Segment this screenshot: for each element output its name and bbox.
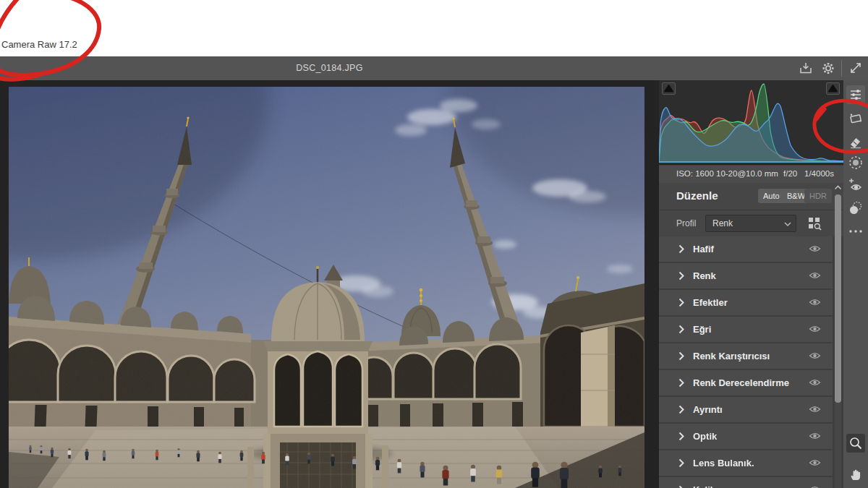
visibility-eye-icon[interactable] — [809, 485, 821, 488]
profile-value: Renk — [712, 218, 733, 228]
histogram[interactable] — [659, 80, 843, 165]
profile-dropdown[interactable]: Renk — [705, 215, 796, 232]
panel-scrollbar-thumb[interactable] — [835, 194, 841, 403]
section-label: Renk Karıştırıcısı — [693, 351, 770, 361]
visibility-eye-icon[interactable] — [809, 432, 821, 440]
hdr-button[interactable]: HDR — [804, 189, 832, 203]
profile-row: Profil Renk — [659, 210, 843, 236]
visibility-eye-icon[interactable] — [809, 351, 821, 360]
hand-tool-icon[interactable] — [846, 465, 865, 484]
section-row-optik[interactable]: Optik — [659, 424, 833, 449]
crop-icon[interactable] — [846, 109, 865, 128]
section-label: Hafif — [693, 244, 714, 254]
exif-lens: 10-20@10.0 mm — [716, 169, 778, 178]
chevron-right-icon — [678, 244, 684, 254]
chevron-right-icon — [678, 298, 684, 307]
chevron-down-icon — [784, 221, 791, 227]
masking-icon[interactable] — [846, 153, 865, 172]
section-row-efektler[interactable]: Efektler — [659, 290, 833, 315]
chevron-right-icon — [678, 432, 684, 441]
edit-panel: ISO: 1600 10-20@10.0 mm f/20 1/4000s Düz… — [659, 80, 843, 488]
shadow-clipping-indicator[interactable] — [662, 82, 676, 95]
chevron-right-icon — [678, 458, 684, 468]
visibility-eye-icon[interactable] — [809, 378, 821, 387]
chevron-right-icon — [678, 351, 684, 361]
profile-label: Profil — [676, 218, 696, 228]
section-label: Kalibrasyon — [693, 484, 746, 488]
section-list: Hafif Renk Efektler Eğri Renk Karışt — [659, 236, 833, 488]
highlight-clipping-indicator[interactable] — [826, 82, 840, 95]
presets-icon[interactable] — [846, 199, 865, 218]
exif-aperture: f/20 — [783, 169, 797, 178]
chevron-right-icon — [678, 405, 684, 414]
settings-gear-icon[interactable] — [820, 61, 836, 76]
zoom-tool-icon[interactable] — [846, 434, 865, 453]
titlebar-divider — [841, 60, 842, 77]
chevron-right-icon — [678, 485, 684, 488]
section-label: Efektler — [693, 297, 728, 308]
visibility-eye-icon[interactable] — [809, 271, 821, 280]
section-label: Eğri — [693, 324, 711, 335]
visibility-eye-icon[interactable] — [809, 244, 821, 253]
edit-title: Düzenle — [676, 189, 718, 202]
exif-shutter: 1/4000s — [804, 169, 834, 178]
auto-button[interactable]: Auto — [758, 189, 785, 203]
section-row-renk-derecelendirme[interactable]: Renk Derecelendirme — [659, 370, 833, 395]
section-row-e-ri[interactable]: Eğri — [659, 317, 833, 342]
visibility-eye-icon[interactable] — [809, 458, 821, 467]
panel-scrollbar-track[interactable] — [835, 403, 841, 488]
mosque-photo[interactable] — [9, 87, 644, 488]
section-label: Lens Bulanık. — [693, 458, 754, 468]
visibility-eye-icon[interactable] — [809, 325, 821, 333]
exif-iso: ISO: 1600 — [676, 169, 714, 178]
more-options-icon[interactable] — [846, 222, 865, 241]
visibility-eye-icon[interactable] — [809, 298, 821, 307]
chevron-right-icon — [678, 325, 684, 334]
visibility-eye-icon[interactable] — [809, 405, 821, 414]
section-row-lens-bulan-k-[interactable]: Lens Bulanık. — [659, 450, 833, 476]
download-icon[interactable] — [798, 61, 814, 76]
heal-icon[interactable] — [846, 133, 865, 152]
title-bar: DSC_0184.JPG — [0, 56, 868, 80]
fullscreen-icon[interactable] — [848, 61, 864, 76]
section-row-kalibrasyon[interactable]: Kalibrasyon — [659, 477, 833, 488]
tools-toolbar — [843, 80, 868, 488]
section-label: Renk Derecelendirme — [693, 377, 789, 388]
exif-info-bar: ISO: 1600 10-20@10.0 mm f/20 1/4000s — [659, 166, 843, 183]
section-label: Renk — [693, 270, 716, 281]
edit-header: Düzenle Auto B&W HDR — [659, 183, 843, 210]
section-row-ayr-nt-[interactable]: Ayrıntı — [659, 397, 833, 422]
chevron-right-icon — [678, 271, 684, 281]
chevron-right-icon — [678, 378, 684, 388]
app-version-label: Camera Raw 17.2 — [1, 39, 77, 50]
section-row-renk-kar-t-r-c-s-[interactable]: Renk Karıştırıcısı — [659, 343, 833, 369]
image-canvas — [0, 80, 659, 488]
section-label: Optik — [693, 431, 717, 442]
edit-sliders-icon[interactable] — [846, 85, 865, 104]
section-row-hafif[interactable]: Hafif — [659, 236, 833, 262]
section-label: Ayrıntı — [693, 404, 723, 415]
profile-browse-icon[interactable] — [807, 216, 822, 231]
filename-title: DSC_0184.JPG — [0, 56, 659, 80]
section-row-renk[interactable]: Renk — [659, 263, 833, 288]
red-eye-icon[interactable] — [846, 176, 865, 194]
panel-scroll-up-icon[interactable] — [834, 184, 842, 191]
